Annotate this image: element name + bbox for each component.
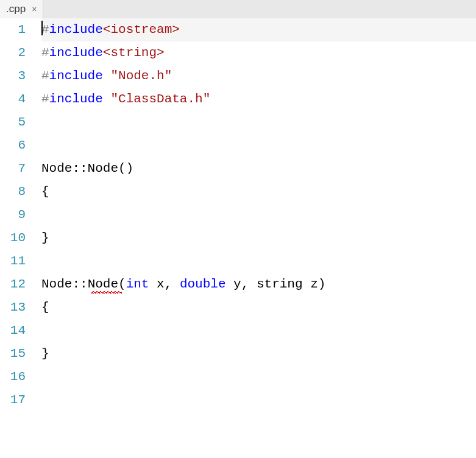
- token-text: }: [41, 347, 49, 361]
- code-line[interactable]: Node::Node(): [41, 157, 476, 180]
- code-line[interactable]: }: [41, 227, 476, 250]
- code-line[interactable]: Node::Node(int x, double y, string z): [41, 273, 476, 296]
- token-keyword: include: [49, 92, 103, 106]
- line-number: 6: [6, 134, 26, 157]
- line-number: 14: [6, 319, 26, 342]
- editor-area: 1 2 3 4 5 6 7 8 9 10 11 12 13 14 15 16 1…: [0, 18, 476, 412]
- token-string: "Node.h": [110, 69, 172, 83]
- code-line[interactable]: #include "ClassData.h": [41, 88, 476, 111]
- token-text: Node: [88, 277, 118, 291]
- line-number: 10: [6, 227, 26, 250]
- token-space: [103, 69, 111, 83]
- line-number: 7: [6, 157, 26, 180]
- token-text: x,: [149, 277, 179, 291]
- token-header: iostream: [110, 23, 172, 37]
- code-line[interactable]: #include<iostream>: [41, 18, 476, 41]
- token-angle: <: [103, 23, 111, 37]
- code-line[interactable]: {: [41, 296, 476, 319]
- line-number: 16: [6, 365, 26, 389]
- line-number: 11: [6, 250, 26, 273]
- line-number: 5: [6, 111, 26, 134]
- line-number: 13: [6, 296, 26, 319]
- line-number: 17: [6, 389, 26, 412]
- token-keyword: include: [49, 23, 103, 37]
- line-number: 12: [6, 273, 26, 296]
- token-string: "ClassData.h": [110, 92, 210, 106]
- token-angle: >: [157, 46, 165, 60]
- code-line[interactable]: [41, 250, 476, 273]
- code-line[interactable]: [41, 134, 476, 157]
- code-line[interactable]: [41, 319, 476, 342]
- code-line[interactable]: }: [41, 342, 476, 365]
- code-content[interactable]: #include<iostream> #include<string> #inc…: [37, 18, 476, 412]
- line-number: 15: [6, 342, 26, 365]
- token-hash: #: [41, 92, 49, 106]
- token-text: Node::Node(): [41, 161, 133, 175]
- token-text: }: [41, 231, 49, 245]
- token-keyword: int: [126, 277, 149, 291]
- code-line[interactable]: [41, 203, 476, 227]
- token-keyword: include: [49, 46, 103, 60]
- close-icon[interactable]: ×: [30, 4, 38, 15]
- code-line[interactable]: {: [41, 180, 476, 203]
- token-hash: #: [41, 69, 49, 83]
- token-text: (: [118, 277, 126, 291]
- token-text: Node::: [41, 277, 88, 291]
- code-line[interactable]: #include "Node.h": [41, 65, 476, 88]
- tab-active[interactable]: .cpp ×: [0, 0, 43, 18]
- token-text: y, string z): [226, 277, 326, 291]
- line-number: 3: [6, 65, 26, 88]
- token-keyword: include: [49, 69, 103, 83]
- error-squiggle-icon: [91, 291, 122, 294]
- code-line[interactable]: [41, 389, 476, 412]
- line-number: 1: [6, 18, 26, 41]
- line-number: 4: [6, 88, 26, 111]
- tab-bar: .cpp ×: [0, 0, 476, 18]
- line-number: 9: [6, 203, 26, 227]
- line-number: 8: [6, 180, 26, 203]
- token-angle: >: [172, 23, 180, 37]
- cursor-icon: [41, 21, 43, 35]
- code-line[interactable]: #include<string>: [41, 41, 476, 65]
- token-angle: <: [103, 46, 111, 60]
- line-number: 2: [6, 41, 26, 65]
- token-text: {: [41, 300, 49, 314]
- token-hash: #: [41, 46, 49, 60]
- token-keyword: double: [180, 277, 226, 291]
- line-number-gutter: 1 2 3 4 5 6 7 8 9 10 11 12 13 14 15 16 1…: [0, 18, 37, 412]
- token-text: {: [41, 185, 49, 199]
- token-header: string: [110, 46, 157, 60]
- code-line[interactable]: [41, 111, 476, 134]
- tab-filename: .cpp: [6, 3, 26, 15]
- token-space: [103, 92, 111, 106]
- code-line[interactable]: [41, 365, 476, 389]
